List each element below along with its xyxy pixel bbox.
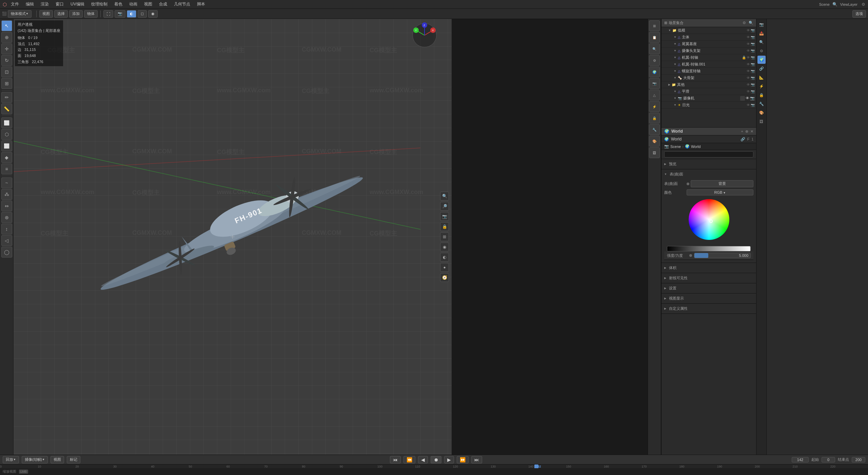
outliner-search-icon[interactable]: 🔍 [749, 21, 753, 25]
outliner-item-light[interactable]: ▼ ☀ 日光 👁📷 [662, 102, 756, 109]
viewport-display-header[interactable]: 视图显示 [664, 295, 753, 302]
jump-to-end-btn[interactable]: ⏭ [471, 456, 482, 463]
data-props-icon[interactable]: 🖼 [757, 117, 766, 126]
render-vis-1[interactable]: 📷 [751, 35, 755, 39]
viewport-fullscreen-btn[interactable]: ⛶ [103, 10, 113, 18]
end-frame-input[interactable] [852, 457, 865, 462]
add-menu-btn[interactable]: 添加 [69, 10, 83, 18]
play-reverse-btn[interactable]: ◀ [418, 456, 428, 463]
outliner-item-camera-mount[interactable]: ▼ △ 摄像头支架 👁📷 [662, 48, 756, 54]
options-btn[interactable]: 选项 [852, 10, 866, 18]
viewport-shading-rendered[interactable]: ◉ [148, 10, 158, 18]
sidebar-btn-2[interactable]: 📋 [649, 32, 660, 43]
tool-sphere[interactable]: ◯ [1, 247, 12, 258]
world-props-side-icon[interactable]: 🌍 [757, 56, 766, 64]
shading-btn[interactable]: ● [440, 263, 449, 272]
tool-shrink-fatten[interactable]: ⊛ [1, 212, 12, 223]
play-btn[interactable]: ▶ [444, 456, 454, 463]
object-menu-btn[interactable]: 物体 [84, 10, 98, 18]
outliner-item-wing-axle[interactable]: ▼ △ 机翼-转轴 🔒👁📷 [662, 54, 756, 61]
sidebar-btn-6[interactable]: 📷 [649, 78, 660, 89]
menu-item-render[interactable]: 渲染 [38, 1, 52, 8]
grid-btn[interactable]: ⊞ [440, 232, 449, 241]
tool-loop-cut[interactable]: ≡ [1, 164, 12, 174]
tool-select[interactable]: ↖ [1, 20, 12, 31]
tool-smooth[interactable]: ~ [1, 177, 12, 188]
outliner-item-collection-low[interactable]: ▼ 📁 低模 👁 📷 [662, 27, 756, 34]
sidebar-btn-1[interactable]: ⊞ [649, 20, 660, 31]
volume-header[interactable]: 体积 [664, 264, 753, 271]
world-new-btn[interactable]: + [741, 129, 743, 133]
tool-shear[interactable]: ◁ [1, 235, 12, 246]
menu-item-animation[interactable]: 动画 [126, 1, 140, 8]
tool-measure[interactable]: 📏 [1, 103, 12, 114]
brightness-strip[interactable] [667, 246, 751, 251]
zoom-in-btn[interactable]: 🔍 [440, 192, 449, 201]
preview-header[interactable]: 预览 [664, 160, 753, 168]
sidebar-btn-8[interactable]: ⚡ [649, 101, 660, 112]
outliner-filter-icon[interactable]: ⚙ [743, 21, 746, 25]
jump-to-start-btn[interactable]: ⏮ [390, 456, 401, 463]
mode-selector[interactable]: 物体模式 [8, 10, 32, 18]
sidebar-btn-10[interactable]: 🔧 [649, 124, 660, 135]
menu-item-shading[interactable]: 着色 [112, 1, 125, 8]
viewport-shading-wire[interactable]: ◻ [138, 10, 147, 18]
menu-item-texture[interactable]: 纹理绘制 [88, 1, 110, 8]
main-viewport[interactable]: CG模型主 CGMXW.COM CG模型主 CGMXW.COM CG模型主 ww… [14, 19, 452, 455]
tool-add-cube[interactable]: ⬜ [1, 117, 12, 128]
material-props-icon[interactable]: 🎨 [757, 109, 766, 117]
world-unlink-btn[interactable]: 🔗 [741, 137, 745, 141]
menu-item-view[interactable]: 视图 [141, 1, 155, 8]
physics-props-icon[interactable]: 🔒 [757, 91, 766, 99]
render-visibility-icon[interactable]: 📷 [751, 28, 755, 32]
viewport-shading-solid[interactable]: ◐ [127, 10, 136, 18]
outliner-item-weiji[interactable]: ▼ △ 尾翼基座 👁📷 [662, 41, 756, 48]
capture-mode-btn[interactable]: 捕像(结帧) [22, 456, 48, 463]
outliner-item-collection-other[interactable]: ▶ 📁 其他 👁📷 [662, 81, 756, 88]
menu-item-scripting[interactable]: 脚本 [194, 1, 208, 8]
outliner-item-propeller-axle[interactable]: ▼ △ 螺旋桨转轴 👁📷 [662, 68, 756, 75]
tool-scale[interactable]: ⊡ [1, 66, 12, 77]
camera-view-btn[interactable]: 📷 [115, 10, 125, 18]
stop-btn[interactable]: ⏺ [431, 456, 441, 463]
sidebar-btn-5[interactable]: 🌍 [649, 66, 660, 77]
sidebar-btn-9[interactable]: 🔒 [649, 113, 660, 124]
filter-icon[interactable]: ⚙ [862, 2, 865, 7]
current-frame-input[interactable]: 142 [792, 457, 809, 462]
menu-item-geometry-nodes[interactable]: 几何节点 [171, 1, 193, 8]
menu-item-window[interactable]: 窗口 [53, 1, 66, 8]
intensity-slider[interactable]: 5.000 [694, 253, 751, 258]
zoom-out-btn[interactable]: 🔎 [440, 202, 449, 211]
menu-item-uv[interactable]: UV编辑 [68, 1, 87, 8]
sidebar-btn-3[interactable]: 🔍 [649, 43, 660, 54]
viewport-axis-gizmo[interactable]: X Y Z [411, 22, 438, 49]
properties-search-input[interactable] [664, 151, 753, 157]
menu-item-file[interactable]: 文件 [8, 1, 22, 8]
modifier-props-icon[interactable]: 📐 [757, 73, 766, 81]
tool-cursor[interactable]: ⊕ [1, 32, 12, 43]
surface-header[interactable]: 表(曲)面 [664, 171, 753, 178]
object-props-icon[interactable]: 🔗 [757, 64, 766, 73]
surface-background-btn[interactable]: 背景 [691, 180, 753, 187]
playback-mode-btn[interactable]: 回放 [3, 456, 19, 463]
color-wheel[interactable] [689, 199, 729, 240]
view-menu-btn[interactable]: 视图 [39, 10, 53, 18]
nav-btn[interactable]: 🧭 [440, 273, 449, 282]
view-layer-props-icon[interactable]: 🔍 [757, 38, 766, 46]
tool-transform[interactable]: ⊞ [1, 78, 12, 89]
xray-btn[interactable]: ◐ [440, 253, 449, 262]
search-icon[interactable]: 🔍 [832, 2, 837, 7]
constraint-props-icon[interactable]: 🔧 [757, 100, 766, 108]
sidebar-btn-7[interactable]: △ [649, 90, 660, 100]
tool-rotate[interactable]: ↻ [1, 55, 12, 66]
output-props-icon[interactable]: 📤 [757, 29, 766, 37]
scene-props-icon[interactable]: ⚙ [757, 47, 766, 55]
vis-1[interactable]: 👁 [747, 35, 750, 39]
outliner-item-zhuti[interactable]: ▼ △ 主体 👁 📷 [662, 34, 756, 41]
ray-visibility-header[interactable]: 射线可见性 [664, 274, 753, 282]
world-delete-btn[interactable]: ✕ [750, 129, 753, 134]
breadcrumb-world[interactable]: World [691, 145, 701, 149]
overlay-btn[interactable]: ◉ [440, 243, 449, 251]
world-browse-btn[interactable]: ⊕ [745, 129, 748, 134]
custom-properties-header[interactable]: 自定义属性 [664, 305, 753, 312]
